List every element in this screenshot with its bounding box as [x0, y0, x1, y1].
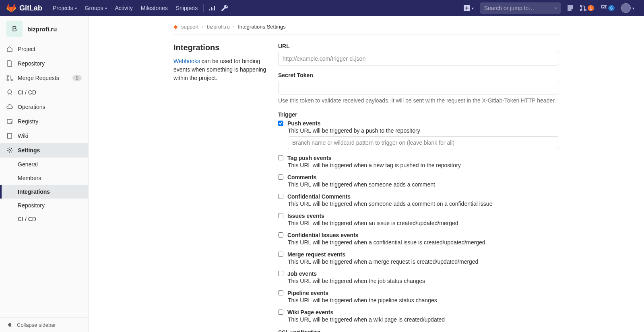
chevron-down-icon: ▾ [75, 6, 77, 10]
project-name: bizprofi.ru [27, 26, 57, 33]
trigger-label: Push events [287, 120, 320, 127]
url-label: URL [278, 43, 559, 49]
trigger-checkbox[interactable] [278, 194, 283, 199]
trigger-checkbox[interactable] [278, 309, 283, 315]
nav-activity[interactable]: Activity [111, 0, 137, 16]
trigger-item: Pipeline eventsThis URL will be triggere… [278, 290, 559, 303]
trigger-checkbox[interactable] [278, 121, 283, 126]
trigger-label: Confidential Comments [287, 193, 351, 200]
trigger-label: Wiki Page events [287, 309, 333, 316]
trigger-item: Tag push eventsThis URL will be triggere… [278, 155, 559, 168]
gitlab-mini-icon: ◆ [173, 23, 178, 30]
sidebar-item-repository[interactable]: Repository [0, 56, 88, 71]
trigger-desc: This URL will be triggered by a push to … [288, 127, 559, 134]
graph-icon[interactable] [205, 0, 218, 16]
sidebar-label: Project [18, 46, 35, 52]
trigger-checkbox[interactable] [278, 174, 283, 180]
webhooks-link[interactable]: Webhooks [173, 58, 200, 64]
sidebar-item-merge-requests[interactable]: Merge Requests0 [0, 71, 88, 85]
trigger-checkbox[interactable] [278, 290, 283, 295]
nav-projects-label: Projects [53, 5, 73, 11]
gitlab-logo-icon[interactable] [6, 3, 16, 13]
gear-icon [6, 147, 13, 154]
search-input[interactable] [484, 5, 555, 11]
nav-snippets[interactable]: Snippets [172, 0, 202, 16]
sidebar-label: Repository [18, 60, 45, 67]
breadcrumb-group[interactable]: support [181, 24, 198, 30]
sidebar-item-operations[interactable]: Operations [0, 100, 88, 114]
svg-point-4 [11, 122, 12, 123]
svg-point-0 [7, 75, 8, 77]
trigger-item: Confidential Issues eventsThis URL will … [278, 232, 559, 246]
secret-token-label: Secret Token [278, 72, 559, 78]
project-avatar: B [6, 21, 23, 37]
trigger-label: Pipeline events [287, 290, 328, 296]
settings-members[interactable]: Members [0, 171, 88, 185]
trigger-desc: This URL will be triggered when the job … [288, 278, 559, 284]
search-box[interactable] [480, 2, 561, 14]
settings-integrations[interactable]: Integrations [0, 185, 88, 199]
trigger-checkbox[interactable] [278, 271, 283, 276]
trigger-item: CommentsThis URL will be triggered when … [278, 174, 559, 188]
trigger-desc: This URL will be triggered when a confid… [288, 239, 559, 246]
sidebar-item-project[interactable]: Project [0, 42, 88, 56]
trigger-desc: This URL will be triggered when a new ta… [288, 162, 559, 168]
push-branch-input[interactable] [288, 136, 559, 149]
merge-requests-icon[interactable]: 1 [577, 0, 597, 16]
home-icon [6, 46, 13, 52]
secret-token-input[interactable] [278, 81, 559, 94]
issues-icon[interactable] [564, 0, 577, 16]
sidebar-item-cicd[interactable]: CI / CD [0, 85, 88, 100]
svg-point-5 [9, 150, 10, 151]
settings-general[interactable]: General [0, 158, 88, 171]
sidebar-label: Registry [18, 118, 38, 125]
trigger-label: Job events [287, 271, 317, 277]
file-icon [6, 60, 13, 67]
trigger-checkbox[interactable] [278, 155, 283, 160]
trigger-item: Merge request eventsThis URL will be tri… [278, 251, 559, 265]
todos-icon[interactable]: 6 [597, 0, 618, 16]
disk-icon [6, 118, 13, 125]
trigger-label: Issues events [287, 213, 324, 219]
avatar [621, 3, 631, 13]
todos-count-badge: 6 [608, 5, 615, 11]
mr-sidebar-count: 0 [72, 75, 82, 81]
sidebar-label: Wiki [18, 133, 28, 139]
project-header[interactable]: B bizprofi.ru [0, 16, 88, 42]
separator [203, 4, 204, 12]
breadcrumb-project[interactable]: bizprofi.ru [207, 24, 230, 30]
nav-projects[interactable]: Projects▾ [49, 0, 81, 16]
collapse-label: Collapse sidebar [17, 322, 56, 328]
url-input[interactable] [278, 52, 559, 66]
collapse-sidebar[interactable]: Collapse sidebar [0, 317, 88, 332]
rocket-icon [6, 89, 13, 96]
trigger-checkbox[interactable] [278, 252, 283, 257]
user-menu[interactable]: ▾ [618, 0, 638, 16]
trigger-label: Trigger [278, 111, 559, 118]
plus-icon[interactable]: ▾ [460, 0, 477, 16]
sidebar-item-settings[interactable]: Settings [0, 143, 88, 158]
trigger-label: Merge request events [287, 251, 345, 258]
cloud-icon [6, 104, 13, 110]
trigger-desc: This URL will be triggered when a merge … [288, 258, 559, 265]
trigger-checkbox[interactable] [278, 213, 283, 218]
nav-milestones[interactable]: Milestones [137, 0, 172, 16]
trigger-checkbox[interactable] [278, 232, 283, 238]
chevron-down-icon: ▾ [472, 6, 474, 10]
trigger-label: Tag push events [287, 155, 331, 161]
wrench-icon[interactable] [218, 0, 231, 16]
settings-cicd[interactable]: CI / CD [0, 212, 88, 226]
mr-count-badge: 1 [588, 5, 594, 11]
search-icon [555, 5, 557, 11]
brand-name[interactable]: GitLab [19, 4, 42, 12]
settings-repository[interactable]: Repository [0, 199, 88, 212]
nav-groups[interactable]: Groups▾ [81, 0, 111, 16]
book-icon [6, 133, 13, 139]
breadcrumb-sep: › [233, 24, 235, 30]
chevron-down-icon: ▾ [632, 6, 634, 10]
sidebar-item-wiki[interactable]: Wiki [0, 129, 88, 143]
svg-point-1 [7, 79, 8, 81]
sidebar-item-registry[interactable]: Registry [0, 114, 88, 129]
sidebar-label: CI / CD [18, 89, 36, 96]
breadcrumb-current: Integrations Settings [238, 24, 286, 30]
